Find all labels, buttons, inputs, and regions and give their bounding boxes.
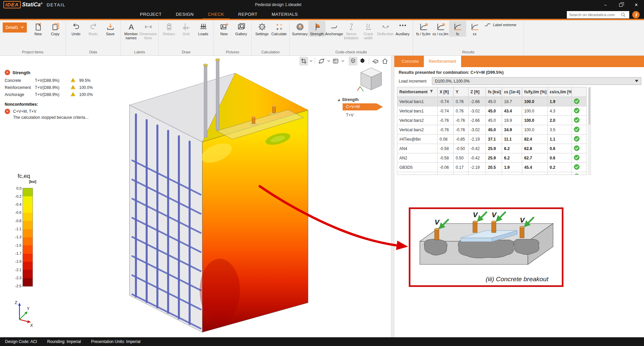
- status-ok-icon: [574, 174, 580, 175]
- column-header-x-ft[interactable]: X [ft]: [438, 87, 454, 97]
- grid-settings-button[interactable]: [331, 57, 340, 65]
- ribbon-button-fs[interactable]: fs: [449, 21, 466, 37]
- ribbon-button-strength[interactable]: Strength: [308, 21, 326, 37]
- ribbon-button-s[interactable]: εs: [466, 21, 483, 37]
- breakout-illustration: V V V V: [410, 209, 562, 273]
- logo-mode: DETAIL: [47, 2, 66, 7]
- wireframe-view-button[interactable]: [349, 57, 357, 65]
- ribbon-button-new[interactable]: New: [30, 21, 47, 37]
- legend-unit: [ksi]: [9, 180, 38, 184]
- error-icon: ✕: [5, 70, 10, 75]
- search-input[interactable]: [567, 11, 621, 18]
- grid-table-icon: [332, 58, 339, 64]
- close-button[interactable]: ✕: [629, 0, 644, 10]
- ribbon-button-save[interactable]: Save: [102, 21, 119, 37]
- table-row-vertical-bars2[interactable]: Vertical bars2-0.76-0.76-2.6645.019.9100…: [397, 116, 587, 125]
- doc-new-icon: [34, 22, 43, 32]
- menu-item-check[interactable]: CHECK: [207, 10, 225, 18]
- table-row-vertical-bars2[interactable]: Vertical bars2-0.76-0.76-3.0245.034.9100…: [397, 125, 587, 135]
- ribbon-button-calculate[interactable]: +−×÷Calculate: [270, 21, 288, 37]
- column-header-s-s-lim[interactable]: εs/εs,lim [%]: [548, 87, 572, 97]
- 3d-viewport[interactable]: ✕ Strength ConcreteT+V(D88.9%)!99.5%Rein…: [0, 56, 391, 337]
- ribbon-button-settings[interactable]: </>Settings: [253, 21, 270, 37]
- svg-text:!: !: [72, 93, 73, 96]
- maximize-button[interactable]: [613, 0, 629, 10]
- detail-selector[interactable]: Detail1: [3, 22, 27, 33]
- dots-icon: [398, 22, 407, 32]
- combination-text: Results presented for combination: C+V+M…: [399, 70, 504, 75]
- column-header-z-ft[interactable]: Z [ft]: [468, 87, 486, 97]
- solid-cube-icon: [359, 58, 366, 64]
- table-row-4ties-6in[interactable]: #4Ties@6in0.08-0.85-2.1937.111.182.41.1: [397, 135, 587, 144]
- ribbon-button-undo[interactable]: Undo: [67, 21, 85, 37]
- ribbon-group-labels: AMember namesDimension linesLabels: [121, 20, 159, 55]
- column-header-y[interactable]: Y: [454, 87, 468, 97]
- tab-concrete[interactable]: Concrete: [397, 56, 424, 67]
- svg-text:÷: ÷: [280, 27, 282, 31]
- ribbon-button-anchorage[interactable]: Anchorage: [326, 21, 343, 37]
- grid-settings-dropdown[interactable]: [341, 60, 345, 62]
- column-header-s-1e-4[interactable]: εs [1e-4]: [502, 87, 522, 97]
- orbit-dropdown[interactable]: [327, 60, 331, 62]
- table-row-gb3d5[interactable]: GB3D5-0.060.17-2.1920.51.945.40.2: [397, 163, 587, 172]
- ribbon-button-s-s-lim[interactable]: %εs / εs,lim: [432, 21, 449, 37]
- ribbon-button-summary[interactable]: Summary: [291, 21, 308, 37]
- info-icon[interactable]: i: [632, 11, 640, 18]
- column-header-fs-ksi[interactable]: fs [ksi]: [486, 87, 502, 97]
- legend-tick: -0.4: [9, 202, 21, 206]
- ribbon-button-copy[interactable]: Copy: [47, 21, 64, 37]
- label-extreme-toggle[interactable]: Label extreme: [484, 22, 516, 27]
- panel-splitter[interactable]: [391, 56, 394, 337]
- logo-statica: StatiCa®: [22, 2, 43, 8]
- ribbon-button-loads[interactable]: Loads: [195, 21, 212, 37]
- table-row-4ties-3in[interactable]: #4Ties@3in0.05-0.39-0.7313.33.330.30.3: [397, 172, 587, 175]
- svg-text:×: ×: [276, 27, 278, 31]
- ribbon-button-member-names[interactable]: AMember names: [122, 21, 140, 41]
- orbit-button[interactable]: [317, 57, 326, 65]
- legend-color-bar: [23, 188, 33, 286]
- legend-tick: -1.1: [9, 227, 21, 231]
- menu-item-materials[interactable]: MATERIALS: [271, 10, 298, 18]
- menu-item-project[interactable]: PROJECT: [139, 10, 162, 18]
- reinforcement-results-table[interactable]: ReinforcementX [ft]YZ [ft]fs [ksi]εs [1e…: [397, 87, 587, 175]
- ribbon-button-new[interactable]: New: [215, 21, 233, 37]
- app-window: IDEA StatiCa® DETAIL Pedestal design 1.i…: [0, 0, 644, 346]
- search-box[interactable]: [567, 11, 629, 18]
- minimize-button[interactable]: –: [598, 0, 613, 10]
- tree-item-t-v[interactable]: T+V: [343, 112, 390, 119]
- doc-copy-icon: [51, 22, 60, 32]
- tree-item-c-v-m[interactable]: C+V+M: [343, 103, 383, 110]
- menu-item-design[interactable]: DESIGN: [175, 10, 194, 18]
- ribbon-button-auxiliary[interactable]: Auxiliary: [394, 21, 411, 37]
- chart-icon: [470, 22, 479, 32]
- ribbon-button-fs-fy-lim[interactable]: %fs / fy,lim: [415, 21, 432, 37]
- tab-reinforcement[interactable]: Reinforcement: [424, 56, 461, 67]
- calculate-icon: +−×÷: [275, 22, 284, 32]
- scrollbar-thumb[interactable]: [589, 88, 590, 125]
- ribbon-button-deflection: Deflection: [377, 21, 394, 37]
- picture-new-icon: [220, 22, 229, 32]
- ribbon-button-rebars: Rebars: [160, 21, 178, 37]
- column-header-reinforcement[interactable]: Reinforcement: [397, 87, 438, 97]
- tree-expander-icon[interactable]: ◢: [338, 98, 340, 101]
- load-increment-select[interactable]: D100.0%, L100.0%: [432, 77, 641, 85]
- rebars-icon: [165, 22, 174, 32]
- statusbar-item-presentation-units: Presentation Units: Imperial: [91, 339, 140, 344]
- table-row-an4[interactable]: AN4-0.58-0.50-0.4225.96.262.80.6: [397, 144, 587, 153]
- ribbon-group-code-check-results: SummaryStrengthAnchorageStress limitatio…: [290, 20, 413, 55]
- section-crop-dropdown[interactable]: [309, 60, 313, 62]
- column-header-fs-fy-lim[interactable]: fs/fy,lim [%]: [522, 87, 548, 97]
- menu-item-report[interactable]: REPORT: [238, 10, 258, 18]
- view-cube[interactable]: [357, 64, 386, 93]
- section-crop-button[interactable]: [299, 57, 308, 65]
- ribbon-button-gallery[interactable]: Gallery: [233, 21, 250, 37]
- window-title: Pedestal design 1.ideadet: [255, 2, 301, 7]
- main-menu: PROJECTDESIGNCHECKREPORTMATERIALS: [139, 10, 299, 19]
- table-row-vertical-bars1[interactable]: Vertical bars1-0.740.76-3.0245.043.4100.…: [397, 106, 587, 116]
- table-scrollbar[interactable]: [588, 87, 591, 175]
- table-row-vertical-bars1[interactable]: Vertical bars1-0.740.76-2.6645.018.7100.…: [397, 97, 587, 106]
- table-row-an2[interactable]: AN2-0.580.50-0.4225.96.262.70.6: [397, 153, 587, 163]
- ribbon-group-pictures: NewGalleryPictures: [214, 20, 252, 55]
- column-header-status[interactable]: [572, 87, 587, 97]
- warning-icon: !: [70, 85, 76, 89]
